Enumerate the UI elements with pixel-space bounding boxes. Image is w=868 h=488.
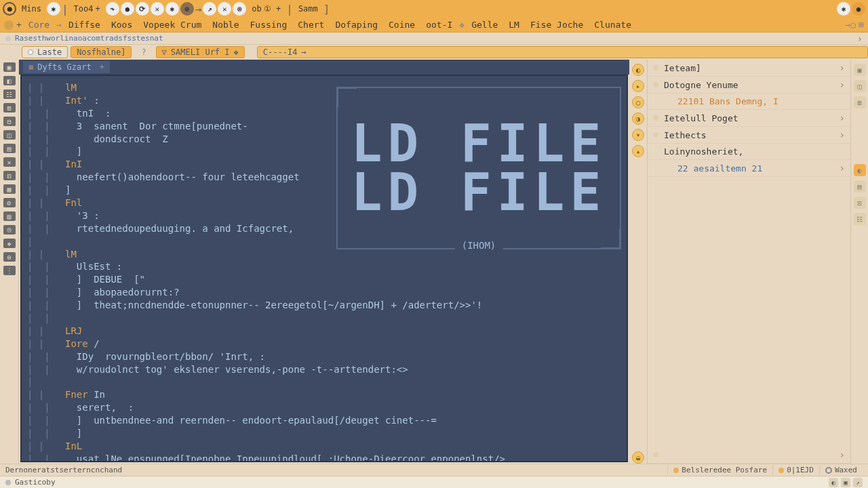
rail-icon[interactable]: ⊜ (3, 252, 16, 262)
footer-icon[interactable]: ◐ (829, 478, 838, 487)
gutter-button[interactable]: ◐ (632, 64, 644, 76)
code-line[interactable]: | |LRJ (27, 325, 627, 338)
code-line[interactable]: | | ] abopaedorurnt:? (27, 286, 627, 299)
gutter-button[interactable]: ▸ (632, 80, 644, 92)
menu-item[interactable]: Diffse (64, 20, 104, 30)
tab-close-icon[interactable]: ✕ (151, 2, 164, 16)
tab-action-icon[interactable]: ⟳ (136, 2, 149, 16)
menu-item[interactable]: Fussing (245, 20, 291, 30)
gutter-button[interactable]: ◒ (632, 451, 644, 464)
code-line[interactable]: | | ] theat;nncdnendde-etonupnner-- 2ere… (27, 299, 627, 312)
menu-item[interactable]: oot-I (422, 20, 456, 30)
gear-icon[interactable]: ✱ (837, 2, 850, 16)
rail-icon[interactable]: ⊞ (854, 96, 866, 108)
status-cell[interactable]: Belsleredee Posfare (667, 466, 772, 474)
panel-row[interactable]: 22 aesailtemn 21› (648, 160, 850, 177)
code-line[interactable]: | | rtetednedoupeduuging. a and Icfagcre… (27, 222, 627, 235)
code-line[interactable]: | |InI (27, 158, 627, 171)
panel-row[interactable]: Loinynosheriet, (648, 144, 850, 160)
menu-item[interactable]: Clunate (590, 20, 635, 30)
panel-row[interactable]: 22101 Bans Demng, I (648, 94, 850, 110)
account-icon[interactable]: ● (852, 2, 865, 16)
rail-icon[interactable]: ⚙ (3, 198, 16, 207)
menu-item[interactable]: Coine (384, 20, 419, 30)
toolbar-chip[interactable]: Nosfhalne] (71, 46, 132, 58)
code-line[interactable]: | | ] (27, 145, 627, 158)
status-cell[interactable]: 0|1EJD (772, 466, 819, 474)
toolbar-chip[interactable]: ▽ SAMELI Urf I ❖ (156, 46, 245, 58)
tab-close-icon[interactable]: ⊗ (233, 2, 246, 16)
menu-item[interactable]: LM (505, 20, 524, 30)
rail-icon[interactable]: ◐ (854, 164, 866, 176)
rail-icon[interactable]: ⊟ (3, 117, 16, 126)
add-tab-icon[interactable]: + (100, 62, 104, 72)
gutter-button[interactable]: ▴ (632, 145, 644, 157)
tab-3[interactable]: ob ① + (248, 3, 285, 15)
menu-item[interactable]: Fise Joche (526, 20, 587, 30)
code-line[interactable]: | | serert, : (27, 401, 627, 414)
collapse-icon[interactable]: →○ (846, 20, 856, 30)
file-tab[interactable]: ≡ Dyfts Gzart + (23, 61, 110, 73)
breadcrumb-text[interactable]: Rasesthworlinaoacomtradsfsstesnat (15, 34, 163, 43)
menu-item[interactable]: Core (24, 20, 54, 30)
tab-action-icon[interactable]: ● (121, 2, 134, 16)
code-line[interactable]: | | dondscroct Z (27, 133, 627, 146)
toolbar-chip[interactable]: C----I4 → (257, 46, 868, 58)
code-editor[interactable]: | |lM| |Int' :| | tnI :| | 3 sanent Dor … (20, 75, 628, 462)
rail-icon[interactable]: ▦ (3, 184, 16, 194)
code-line[interactable]: | | ] DEBUE [" (27, 273, 627, 286)
tab-action-icon[interactable]: ✱ (165, 2, 179, 16)
code-line[interactable]: | |Int' : (27, 94, 627, 107)
code-line[interactable]: | |Iore / (27, 338, 627, 350)
toolbar-chip[interactable]: Laste (22, 46, 68, 58)
code-line[interactable]: | |InL (27, 440, 627, 453)
tab-4[interactable]: Samm (294, 3, 322, 15)
panel-row[interactable]: Dotogne Yenume› (648, 77, 850, 94)
menu-item[interactable]: Dofaping (331, 20, 382, 30)
panel-footer[interactable]: › (648, 447, 850, 464)
code-line[interactable]: | | ] (27, 427, 627, 440)
tab-close-icon[interactable]: ✕ (218, 2, 231, 16)
rail-icon[interactable]: ⌾ (3, 225, 16, 235)
footer-icon[interactable]: ↗ (853, 478, 863, 487)
add-icon[interactable]: + (16, 20, 22, 30)
app-icon[interactable]: ⊛ (3, 2, 16, 16)
panel-row[interactable]: Iethects› (648, 127, 850, 144)
tab-close-icon[interactable]: ✱ (47, 2, 60, 16)
panel-icon[interactable]: ⊞ (859, 20, 864, 30)
code-line[interactable]: | |lM (27, 81, 627, 94)
code-line[interactable]: | | usat lNe enspunged[Inenobne Inpeuupi… (27, 453, 627, 462)
panel-row[interactable]: Ietelull Poget› (648, 110, 850, 127)
menu-item[interactable]: Noble (208, 20, 243, 30)
rail-icon[interactable]: ⊡ (3, 171, 16, 180)
gutter-button[interactable]: ◑ (632, 113, 644, 125)
rail-icon[interactable]: ⊡ (854, 197, 866, 209)
tab-action-icon[interactable]: ⊕ (180, 2, 194, 16)
rail-icon[interactable]: ⋮ (3, 266, 16, 275)
rail-icon[interactable]: ▤ (3, 144, 16, 153)
code-line[interactable]: | | UlsEst : (27, 260, 627, 273)
menu-item[interactable]: Koos (107, 20, 136, 30)
menu-item[interactable]: Gelle (467, 20, 502, 30)
rail-icon[interactable]: ⊞ (3, 103, 16, 113)
code-line[interactable]: | | w/roudolnct tog' ekslener vserends,-… (27, 363, 627, 376)
tab-1[interactable]: Mins (18, 3, 45, 15)
rail-icon[interactable]: ◫ (854, 80, 866, 92)
gutter-button[interactable]: ▾ (632, 129, 644, 141)
menu-item[interactable]: Vopeek Crum (139, 20, 205, 30)
code-line[interactable]: | | IDy rovurngbleort/bbon/ 'Inrt, : (27, 350, 627, 363)
rail-icon[interactable]: ☷ (854, 213, 866, 225)
chevron-right-icon[interactable]: › (857, 33, 863, 44)
code-line[interactable]: | | (27, 312, 627, 325)
tab-action-icon[interactable]: ↷ (106, 2, 119, 16)
code-line[interactable]: | |lM (27, 248, 627, 261)
rail-icon[interactable]: ❖ (3, 239, 16, 248)
rail-icon[interactable]: ▤ (854, 180, 866, 192)
code-line[interactable]: | (27, 375, 627, 388)
code-line[interactable]: | |Fner In (27, 388, 627, 401)
rail-icon[interactable]: ✕ (3, 157, 16, 167)
rail-icon[interactable]: ▥ (3, 211, 16, 221)
code-line[interactable]: | | 3 sanent Dor ctmne[punednet- (27, 120, 627, 133)
code-line[interactable]: | | '3 : (27, 209, 627, 222)
tab-2[interactable]: Too4 + (70, 3, 104, 15)
